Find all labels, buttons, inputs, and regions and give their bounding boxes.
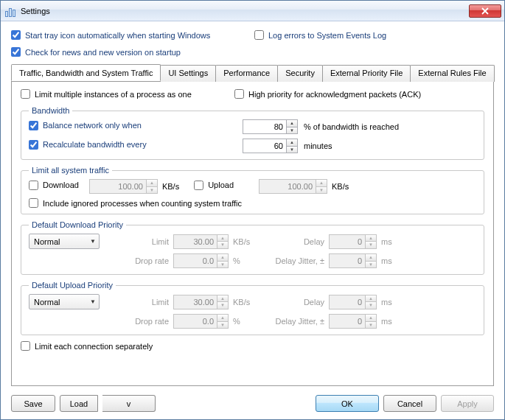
check-high-priority-ack-input[interactable]: [234, 89, 244, 99]
fieldset-upload-priority: Default Upload Priority Normal ▼ Limit ▲…: [21, 281, 484, 335]
close-icon: [481, 7, 489, 15]
check-start-tray-input[interactable]: [11, 30, 21, 40]
check-upload-label: Upload: [208, 181, 234, 189]
balance-spin[interactable]: ▲▼: [287, 119, 298, 134]
dl-limit-unit: KB/s: [233, 237, 258, 246]
settings-window: Settings Start tray icon automatically w…: [0, 0, 505, 420]
balance-value-input[interactable]: [245, 122, 285, 131]
dl-delay-field: [329, 234, 366, 249]
ul-drop-spin: ▲▼: [217, 314, 229, 329]
fieldset-bandwidth: Bandwidth Balance network only when ▲▼ %…: [21, 106, 484, 160]
ul-delay-spin: ▲▼: [366, 295, 377, 309]
ul-jitter-field: [329, 314, 366, 329]
download-priority-value: Normal: [34, 237, 90, 246]
download-priority-dropdown[interactable]: Normal ▼: [29, 234, 100, 249]
upload-spin: ▲▼: [316, 179, 327, 194]
upload-unit-label: KB/s: [332, 182, 349, 191]
recalc-spin[interactable]: ▲▼: [287, 139, 298, 153]
check-high-priority-ack[interactable]: High priority for acknowledgment packets…: [234, 89, 421, 99]
titlebar: Settings: [1, 1, 504, 21]
tab-performance[interactable]: Performance: [215, 65, 278, 82]
check-balance-network-input[interactable]: [29, 121, 38, 130]
dl-delay-ms: ms: [381, 237, 406, 246]
ul-limit-unit: KB/s: [233, 298, 258, 307]
ok-button[interactable]: OK: [316, 395, 379, 412]
check-upload-input[interactable]: [194, 181, 203, 190]
ul-jitter-ms: ms: [381, 317, 406, 326]
balance-value-field[interactable]: [243, 119, 287, 134]
recalc-value-field[interactable]: [243, 139, 287, 153]
upload-priority-dropdown[interactable]: Normal ▼: [29, 294, 100, 309]
dl-limit-label: Limit: [117, 237, 169, 246]
dl-jitter-field: [329, 253, 366, 268]
tab-security[interactable]: Security: [277, 65, 323, 82]
check-limit-each-conn-input[interactable]: [21, 341, 30, 351]
save-button[interactable]: Save: [11, 395, 55, 412]
check-news-input[interactable]: [11, 47, 21, 57]
cancel-button[interactable]: Cancel: [383, 395, 436, 412]
check-recalc-input[interactable]: [29, 140, 38, 150]
check-include-ignored[interactable]: Include ignored processes when counting …: [29, 198, 476, 208]
ul-drop-field: [173, 314, 217, 329]
check-recalc-label: Recalculate bandwidth every: [43, 140, 147, 149]
check-include-ignored-input[interactable]: [29, 198, 38, 208]
download-spin: ▲▼: [147, 179, 158, 194]
download-unit-label: KB/s: [162, 182, 179, 191]
dl-jitter-label: Delay Jitter, ±: [258, 256, 324, 265]
apply-button[interactable]: Apply: [441, 395, 494, 412]
check-balance-network-label: Balance network only when: [43, 121, 142, 130]
check-high-priority-ack-label: High priority for acknowledgment packets…: [248, 90, 421, 99]
tab-panel-traffic: Limit multiple instances of a process as…: [11, 81, 494, 386]
recalc-suffix-label: minutes: [304, 141, 332, 150]
fieldset-system-traffic: Limit all system traffic Download ▲▼ KB/…: [21, 166, 484, 214]
legend-upload-priority: Default Upload Priority: [29, 281, 116, 290]
dl-jitter-spin: ▲▼: [366, 253, 377, 268]
upload-value-field: [259, 179, 316, 194]
ul-jitter-spin: ▲▼: [366, 314, 377, 329]
check-download[interactable]: Download: [29, 181, 79, 190]
legend-system-traffic: Limit all system traffic: [29, 166, 112, 175]
load-button[interactable]: Load: [60, 395, 98, 412]
check-balance-network[interactable]: Balance network only when: [29, 121, 142, 130]
check-recalc[interactable]: Recalculate bandwidth every: [29, 140, 147, 150]
ul-drop-input: [175, 317, 215, 326]
close-button[interactable]: [469, 4, 501, 18]
dl-limit-spin: ▲▼: [217, 234, 229, 249]
check-log-errors[interactable]: Log errors to System Events Log: [254, 30, 386, 40]
ul-delay-label: Delay: [258, 298, 324, 307]
upload-priority-value: Normal: [34, 298, 90, 307]
content-area: Start tray icon automatically when start…: [1, 21, 504, 419]
check-limit-multiple[interactable]: Limit multiple instances of a process as…: [21, 89, 192, 99]
ul-limit-label: Limit: [117, 298, 169, 307]
check-download-input[interactable]: [29, 181, 38, 190]
chevron-down-icon: ▼: [90, 298, 96, 305]
check-news-label: Check for news and new version on startu…: [25, 48, 181, 57]
tab-traffic[interactable]: Traffic, Bandwidth and System Traffic: [11, 64, 161, 81]
ul-limit-input: [175, 298, 215, 307]
dl-delay-label: Delay: [258, 237, 324, 246]
dl-drop-spin: ▲▼: [217, 253, 229, 268]
tab-ui-settings[interactable]: UI Settings: [160, 65, 216, 82]
tab-external-priority[interactable]: External Priority File: [322, 65, 411, 82]
ul-drop-pct: %: [233, 317, 258, 326]
recalc-value-input[interactable]: [245, 141, 285, 150]
footer: Save Load v OK Cancel Apply: [11, 386, 494, 412]
check-limit-each-conn[interactable]: Limit each connection separately: [21, 341, 484, 351]
check-news[interactable]: Check for news and new version on startu…: [11, 47, 494, 57]
tab-external-rules[interactable]: External Rules File: [410, 65, 494, 82]
upload-value-input: [261, 182, 314, 191]
dl-jitter-input: [331, 256, 363, 265]
fieldset-download-priority: Default Download Priority Normal ▼ Limit…: [21, 220, 484, 275]
dl-drop-field: [173, 253, 217, 268]
check-upload[interactable]: Upload: [194, 181, 234, 190]
check-log-errors-input[interactable]: [254, 30, 264, 40]
legend-download-priority: Default Download Priority: [29, 220, 126, 229]
check-download-label: Download: [43, 181, 79, 189]
load-dropdown-button[interactable]: v: [102, 395, 156, 412]
ul-jitter-label: Delay Jitter, ±: [258, 317, 324, 326]
check-limit-multiple-input[interactable]: [21, 89, 30, 99]
check-start-tray[interactable]: Start tray icon automatically when start…: [11, 30, 254, 40]
dl-drop-label: Drop rate: [117, 256, 169, 265]
dl-delay-input: [331, 237, 363, 246]
balance-suffix-label: % of bandwidth is reached: [304, 122, 399, 131]
